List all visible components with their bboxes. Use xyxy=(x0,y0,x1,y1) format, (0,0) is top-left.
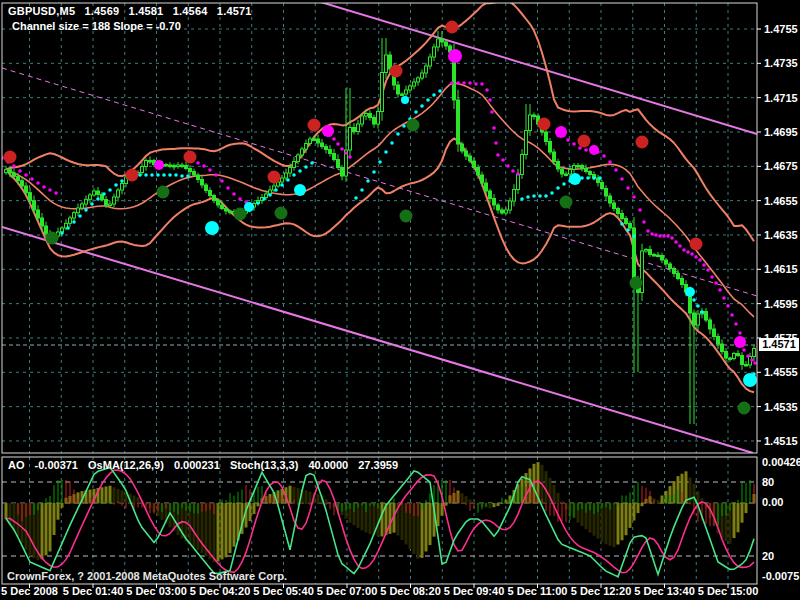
time-axis-label: 5 Dec 09:40 xyxy=(444,585,505,598)
high-value: 1.4581 xyxy=(129,5,164,17)
price-axis-label: 1.4695 xyxy=(764,126,798,139)
copyright-label: CrownForex, ? 2001-2008 MetaQuotes Softw… xyxy=(7,570,287,583)
current-price-label: 1.4571 xyxy=(759,338,799,351)
price-axis-label: 1.4755 xyxy=(764,23,798,36)
indicator-axis-label: -0.0075 xyxy=(762,570,799,583)
open-value: 1.4569 xyxy=(84,5,119,17)
low-value: 1.4564 xyxy=(173,5,208,17)
time-axis-label: 5 Dec 2008 xyxy=(1,585,58,598)
price-axis-label: 1.4715 xyxy=(764,92,798,105)
price-axis-label: 1.4735 xyxy=(764,57,798,70)
time-axis-label: 5 Dec 15:00 xyxy=(698,585,759,598)
stoch-label: Stoch(13,3,3) xyxy=(230,459,298,471)
time-axis-label: 5 Dec 07:00 xyxy=(317,585,378,598)
price-axis-label: 1.4515 xyxy=(764,435,798,448)
indicator-axis-label: 80 xyxy=(762,476,774,489)
price-axis-label: 1.4535 xyxy=(764,401,798,414)
indicator-axis-label: 0.00426 xyxy=(762,456,800,469)
stoch-signal-value: 27.3959 xyxy=(358,459,398,471)
price-axis-label: 1.4655 xyxy=(764,195,798,208)
channel-info-label: Channel size = 188 Slope = -0.70 xyxy=(12,20,181,33)
time-axis-label: 5 Dec 08:20 xyxy=(380,585,441,598)
symbol-period-label: GBPUSD,M5 xyxy=(8,5,75,17)
time-axis-label: 5 Dec 11:00 xyxy=(508,585,568,598)
osma-label: OsMA(12,26,9) xyxy=(88,459,164,471)
stoch-main-value: 40.0000 xyxy=(308,459,348,471)
indicator-axis-label: 0.00 xyxy=(762,496,783,509)
price-axis-label: 1.4595 xyxy=(764,298,798,311)
indicator-axis-label: 20 xyxy=(762,550,774,563)
close-value: 1.4571 xyxy=(217,5,252,17)
time-axis-label: 5 Dec 05:40 xyxy=(253,585,314,598)
time-axis-label: 5 Dec 01:40 xyxy=(63,585,124,598)
price-axis-label: 1.4615 xyxy=(764,263,798,276)
ao-value: -0.00371 xyxy=(35,459,78,471)
price-axis-label: 1.4675 xyxy=(764,160,798,173)
indicator-header: AO -0.00371 OsMA(12,26,9) 0.000231 Stoch… xyxy=(8,459,405,472)
ao-label: AO xyxy=(8,459,25,471)
time-axis-label: 5 Dec 13:40 xyxy=(634,585,695,598)
osma-value: 0.000231 xyxy=(174,459,220,471)
price-axis-label: 1.4635 xyxy=(764,229,798,242)
mt4-chart-window: GBPUSD,M5 1.4569 1.4581 1.4564 1.4571 Ch… xyxy=(0,0,800,600)
time-axis-label: 5 Dec 04:20 xyxy=(190,585,251,598)
time-axis-label: 5 Dec 03:00 xyxy=(126,585,187,598)
price-axis-label: 1.4555 xyxy=(764,366,798,379)
time-axis-label: 5 Dec 12:20 xyxy=(571,585,632,598)
chart-canvas[interactable] xyxy=(0,0,800,600)
chart-header: GBPUSD,M5 1.4569 1.4581 1.4564 1.4571 xyxy=(8,5,258,18)
